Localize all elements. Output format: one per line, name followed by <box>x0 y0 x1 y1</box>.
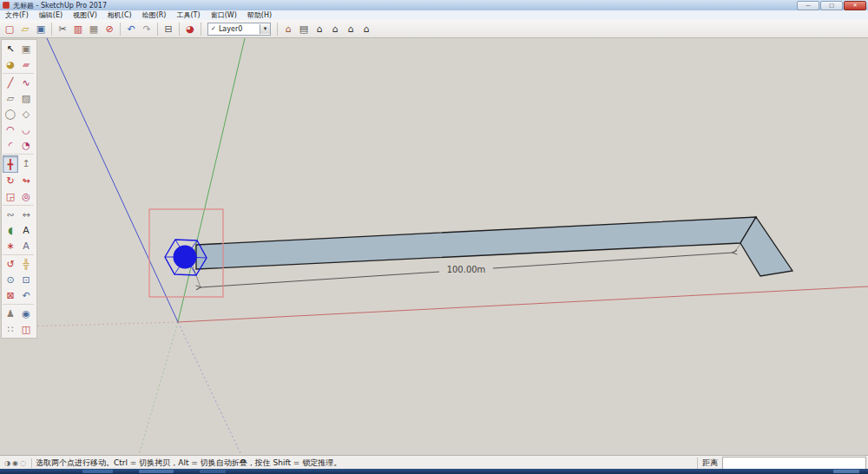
toolbar-separator <box>3 254 34 255</box>
tool-offset[interactable]: ◎ <box>18 188 34 204</box>
tool-position-camera[interactable]: ♟ <box>3 306 18 321</box>
tool-section-plane[interactable]: ◫ <box>18 321 34 337</box>
tool-rotate[interactable]: ↻ <box>3 173 18 188</box>
status-icons: ◑◉◌ <box>4 458 28 467</box>
menu-item[interactable]: 窗口(W) <box>206 10 242 20</box>
selected-component[interactable] <box>174 246 197 269</box>
view-right-button[interactable]: ⌂ <box>327 22 343 36</box>
tool-two-point-arc[interactable]: ◡ <box>18 122 34 137</box>
menu-item[interactable]: 工具(T) <box>172 10 206 20</box>
tool-select[interactable]: ↖ <box>3 41 18 56</box>
menu-item[interactable]: 编辑(E) <box>34 10 68 20</box>
help-icon[interactable]: ◌ <box>20 459 26 467</box>
copy-button[interactable]: ▥ <box>70 22 86 36</box>
view-front-button[interactable]: ⌂ <box>312 22 327 36</box>
check-icon: ✓ <box>211 25 216 32</box>
view-iso-button[interactable]: ⌂ <box>280 22 296 36</box>
tool-orbit[interactable]: ↺ <box>3 256 18 272</box>
toolbar-separator <box>3 205 34 206</box>
tool-pan[interactable]: ╬ <box>18 256 34 272</box>
toolbar-separator <box>51 23 52 36</box>
tool-follow-me[interactable]: ↬ <box>18 173 34 188</box>
axis-green-line <box>178 38 245 322</box>
view-left-button[interactable]: ⌂ <box>358 22 374 36</box>
toolbar-separator <box>3 304 34 305</box>
new-button[interactable]: ▢ <box>2 22 17 36</box>
dimension-extension-right <box>733 244 740 253</box>
print-button[interactable]: ⊟ <box>161 22 176 36</box>
tool-push-pull[interactable]: ↥ <box>18 155 34 171</box>
tool-three-point-arc[interactable]: ◜ <box>3 137 18 153</box>
tool-freehand[interactable]: ∿ <box>18 75 34 90</box>
toolbar-separator <box>3 73 34 74</box>
view-back-button[interactable]: ⌂ <box>343 22 358 36</box>
menu-item[interactable]: 相机(C) <box>102 10 137 20</box>
main-toolbar: ▢▱▣✂▥▦⊘↶↷⊟◕ ✓ Layer0 ▾ ⌂▤⌂⌂⌂⌂ <box>0 20 868 38</box>
delete-button[interactable]: ⊘ <box>102 22 117 36</box>
maximize-button[interactable]: □ <box>820 1 843 10</box>
save-button[interactable]: ▣ <box>33 22 49 36</box>
tool-three-d-text[interactable]: A <box>18 238 34 253</box>
tool-make-component[interactable]: ▣ <box>18 41 34 56</box>
status-separator <box>31 458 32 468</box>
layer-dropdown[interactable]: ✓ Layer0 ▾ <box>207 23 271 36</box>
drawing-canvas[interactable]: 100.00m <box>0 38 868 455</box>
status-message: 选取两个点进行移动。Ctrl = 切换拷贝，Alt = 切换自动折叠，按住 Sh… <box>36 458 341 469</box>
tool-axes[interactable]: ∗ <box>3 238 18 253</box>
axis-green-negative <box>139 322 178 455</box>
model-info-button[interactable]: ◕ <box>182 22 198 36</box>
redo-button[interactable]: ↷ <box>139 22 155 36</box>
tool-rotated-rectangle[interactable]: ▨ <box>18 90 34 106</box>
tool-paint-bucket[interactable]: ◕ <box>3 56 18 72</box>
toolbar-separator <box>201 23 201 36</box>
menu-item[interactable]: 视图(V) <box>68 10 102 20</box>
toolbar-separator <box>157 23 158 36</box>
tool-pie[interactable]: ◔ <box>18 137 34 153</box>
sketchup-logo-icon <box>3 2 10 9</box>
toolbar-separator <box>277 23 278 36</box>
paste-button[interactable]: ▦ <box>86 22 102 36</box>
large-tool-set: ↖▣◕▰╱∿▱▨◯◇◠◡◜◔╋↥↻↬◲◎∾↔◖A∗A↺╬⊙⊡⊠↶♟◉∷◫ <box>1 39 37 339</box>
tool-move[interactable]: ╋ <box>3 155 18 173</box>
menu-item[interactable]: 绘图(R) <box>137 10 172 20</box>
tool-rectangle[interactable]: ▱ <box>3 90 18 106</box>
bar-top-face[interactable] <box>196 217 756 269</box>
axis-blue-line <box>47 38 178 322</box>
view-top-button[interactable]: ▤ <box>296 22 312 36</box>
toolbar-separator <box>120 23 121 36</box>
tool-zoom-extents[interactable]: ⊠ <box>3 287 18 303</box>
chevron-down-icon[interactable]: ▾ <box>260 24 270 34</box>
tool-previous-view[interactable]: ↶ <box>18 287 34 303</box>
close-button[interactable]: ✕ <box>844 1 866 10</box>
toolbar-separator <box>3 154 34 155</box>
tool-dimension[interactable]: ↔ <box>18 207 34 222</box>
tool-look-around[interactable]: ◉ <box>18 306 34 321</box>
geolocation-icon[interactable]: ◑ <box>4 459 10 467</box>
tool-scale[interactable]: ◲ <box>3 188 18 204</box>
tool-eraser[interactable]: ▰ <box>18 56 34 72</box>
taskbar-strip <box>0 469 868 474</box>
tool-zoom-window[interactable]: ⊡ <box>18 272 34 287</box>
open-button[interactable]: ▱ <box>17 22 33 36</box>
measurement-input[interactable] <box>722 457 866 470</box>
measurement-label: 距离 <box>697 458 722 469</box>
tool-zoom[interactable]: ⊙ <box>3 272 18 287</box>
tool-text[interactable]: A <box>18 222 34 238</box>
taskbar-segment <box>200 470 226 473</box>
undo-button[interactable]: ↶ <box>123 22 139 36</box>
minimize-button[interactable]: — <box>797 1 819 10</box>
toolbar-separator <box>179 23 180 36</box>
tool-tape-measure[interactable]: ∾ <box>3 207 18 222</box>
menu-item[interactable]: 帮助(H) <box>242 10 277 20</box>
tool-polygon[interactable]: ◇ <box>18 106 34 122</box>
tool-protractor[interactable]: ◖ <box>3 222 18 238</box>
cut-button[interactable]: ✂ <box>55 22 70 36</box>
tool-arc[interactable]: ◠ <box>3 122 18 137</box>
taskbar-segment <box>833 470 859 473</box>
tool-circle[interactable]: ◯ <box>3 106 18 122</box>
menu-item[interactable]: 文件(F) <box>0 10 34 20</box>
tool-walk[interactable]: ∷ <box>3 321 18 337</box>
tool-line[interactable]: ╱ <box>3 75 18 90</box>
dimension-label: 100.00m <box>447 265 486 274</box>
credits-icon[interactable]: ◉ <box>12 459 18 467</box>
